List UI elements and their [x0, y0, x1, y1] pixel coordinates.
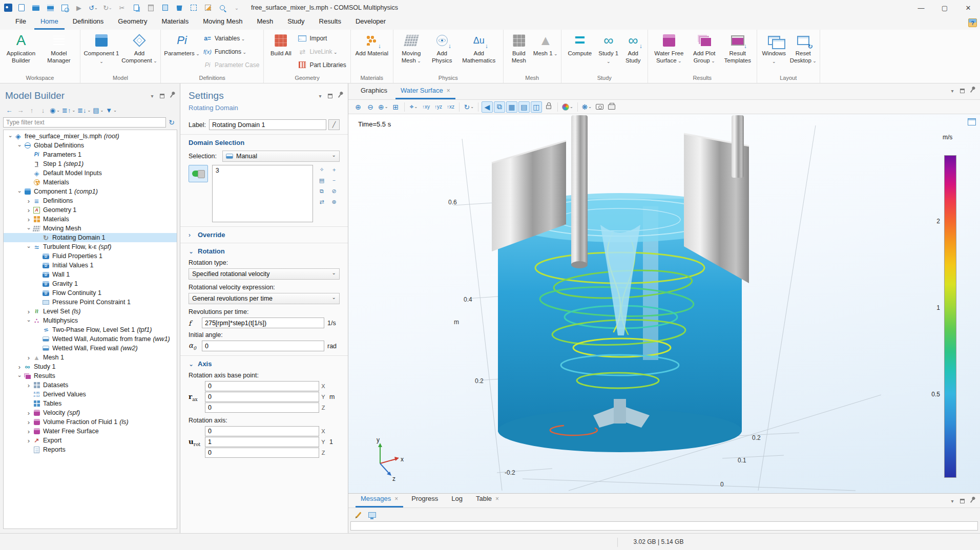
plot-tools-icon[interactable]	[968, 118, 976, 125]
rve-dropdown[interactable]: General revolutions per time	[189, 293, 340, 304]
import-button[interactable]: Import	[296, 34, 348, 43]
active-toggle-button[interactable]	[189, 165, 208, 182]
panel-menu-icon[interactable]: ▾	[317, 93, 323, 99]
collapse-all-button[interactable]: ≣↑⌄	[61, 105, 76, 115]
expander-icon[interactable]	[25, 244, 32, 250]
plot-settings-toggle[interactable]: ▤	[518, 101, 530, 113]
scene-light-toggle[interactable]: ◀	[482, 101, 493, 113]
paste-selection-button[interactable]: ▤	[316, 176, 327, 185]
tab-developer[interactable]: Developer	[349, 15, 392, 30]
add-plot-group-button[interactable]: Add Plot Group	[688, 30, 721, 73]
panel-maximize-icon[interactable]	[960, 89, 965, 93]
add-mathematics-button[interactable]: Add Mathematics	[457, 30, 501, 73]
tree-item-velocity[interactable]: Velocity(spf)	[4, 408, 177, 417]
expander-icon[interactable]	[25, 354, 32, 362]
snapshot-button[interactable]	[594, 101, 605, 113]
expander-icon[interactable]	[25, 418, 32, 426]
panel-menu-icon[interactable]: ▾	[949, 498, 955, 504]
create-selection-button[interactable]: ✧	[316, 165, 327, 175]
tree-item-flow-continuity-1[interactable]: Flow Continuity 1	[4, 288, 177, 298]
view-yz-button[interactable]: ↑yz	[432, 101, 444, 113]
water-free-surface-button[interactable]: Water Free Surface	[650, 30, 688, 73]
expander-icon[interactable]	[7, 133, 14, 140]
redo-button[interactable]: ↻⌄	[101, 2, 114, 13]
view-lock-button[interactable]	[543, 101, 554, 113]
tab-progress[interactable]: Progress	[406, 492, 443, 507]
windows-button[interactable]: Windows	[759, 30, 789, 73]
filter-button[interactable]: ▼⌄	[105, 105, 117, 115]
tree-item-gravity-1[interactable]: Gravity 1	[4, 279, 177, 288]
panel-pin-icon[interactable]	[170, 94, 173, 98]
remove-selection-button[interactable]: －	[328, 176, 340, 185]
tree-item-moving-mesh[interactable]: Moving Mesh	[4, 224, 177, 233]
panel-pin-icon[interactable]	[338, 94, 341, 98]
tree-item-level-set[interactable]: Level Set(ls)	[4, 307, 177, 316]
expand-all-button[interactable]: ≣↓⌄	[77, 105, 91, 115]
move-up-button[interactable]: ↑	[27, 105, 37, 115]
base-point-x-input[interactable]	[205, 381, 319, 391]
panel-menu-icon[interactable]: ▾	[149, 93, 155, 99]
panel-pin-icon[interactable]	[970, 89, 973, 93]
undo-button[interactable]: ↺⌄	[87, 2, 99, 13]
section-axis[interactable]: ⌄Axis	[189, 360, 340, 368]
tree-item-global-definitions[interactable]: Global Definitions	[4, 141, 177, 150]
tree-item-study-1[interactable]: Study 1	[4, 362, 177, 371]
save-as-button[interactable]	[58, 2, 71, 13]
result-templates-button[interactable]: Result Templates	[721, 30, 755, 73]
tree-item-fluid-properties-1[interactable]: Fluid Properties 1	[4, 251, 177, 261]
tab-messages[interactable]: Messages×	[356, 492, 403, 507]
reset-desktop-button[interactable]: Reset Desktop	[789, 30, 818, 73]
zoom-box-button[interactable]: ⊕⌄	[377, 101, 389, 113]
expander-icon[interactable]	[25, 197, 32, 205]
panel-maximize-icon[interactable]	[160, 94, 164, 98]
maximize-button[interactable]: ▢	[933, 0, 956, 15]
tree-item-rotating-domain-1[interactable]: Rotating Domain 1	[4, 233, 177, 242]
tree-item-turbulent-flow[interactable]: Turbulent Flow, k-ε(spf)	[4, 242, 177, 251]
expander-icon[interactable]	[25, 318, 32, 324]
tree-item-datasets[interactable]: Datasets	[4, 380, 177, 390]
back-button[interactable]: ←	[4, 105, 14, 115]
bounding-box-toggle[interactable]: ◫	[531, 101, 542, 113]
expander-icon[interactable]	[25, 428, 32, 435]
build-mesh-button[interactable]: Build Mesh	[506, 30, 532, 73]
tree-item-root[interactable]: free_surface_mixer_ls.mph(root)	[4, 132, 177, 141]
tab-home[interactable]: Home	[34, 15, 65, 30]
mesh-1-button[interactable]: Mesh 1	[532, 30, 559, 73]
moving-mesh-button[interactable]: Moving Mesh	[395, 30, 427, 73]
tab-geometry[interactable]: Geometry	[112, 15, 153, 30]
tab-results[interactable]: Results	[313, 15, 347, 30]
rename-button[interactable]: ╱	[328, 119, 340, 130]
tree-item-derived-values[interactable]: Derived Values	[4, 390, 177, 399]
expander-icon[interactable]	[16, 188, 23, 195]
tree-item-wetted-wall-2[interactable]: Wetted Wall, Fixed wall(ww2)	[4, 344, 177, 353]
select-box-button[interactable]	[187, 2, 200, 13]
run-button[interactable]: ▶	[73, 2, 85, 13]
panel-menu-icon[interactable]: ▾	[949, 88, 955, 94]
graphics-canvas[interactable]: y x z Time=5.5 s 0.6 0.4 m 0.2 -0.2 0.2 …	[348, 114, 980, 493]
invert-selection-button[interactable]: ⇄	[316, 197, 327, 207]
add-component-button[interactable]: Add Component	[120, 30, 158, 73]
tree-item-pressure-point-constraint-1[interactable]: Pressure Point Constraint 1	[4, 298, 177, 307]
expander-icon[interactable]	[25, 382, 32, 389]
save-button[interactable]	[44, 2, 56, 13]
close-button[interactable]: ✕	[956, 0, 980, 15]
transparency-toggle[interactable]: ⧉	[494, 101, 505, 113]
section-domain-selection[interactable]: Domain Selection	[189, 139, 340, 146]
tab-log[interactable]: Log	[446, 492, 468, 507]
expander-icon[interactable]	[16, 373, 23, 379]
tree-item-parameters-1[interactable]: Parameters 1	[4, 150, 177, 159]
study-1-button[interactable]: Study 1	[596, 30, 621, 73]
tree-item-wall-1[interactable]: Wall 1	[4, 270, 177, 279]
expander-icon[interactable]	[25, 206, 32, 214]
customize-toolbar-button[interactable]: ⌄	[231, 2, 243, 13]
tree-item-volume-fraction[interactable]: Volume Fraction of Fluid 1(ls)	[4, 417, 177, 427]
duplicate-button[interactable]	[159, 2, 171, 13]
component-1-button[interactable]: Component 1	[82, 30, 120, 73]
base-point-y-input[interactable]	[205, 392, 319, 402]
panel-maximize-icon[interactable]	[960, 499, 965, 503]
add-material-button[interactable]: Add Material	[353, 30, 391, 73]
tree-item-water-free-surface[interactable]: Water Free Surface	[4, 427, 177, 436]
cut-button[interactable]: ✂	[116, 2, 128, 13]
show-button[interactable]: ◉⌄	[49, 105, 60, 115]
section-rotation[interactable]: ⌄Rotation	[189, 247, 340, 255]
